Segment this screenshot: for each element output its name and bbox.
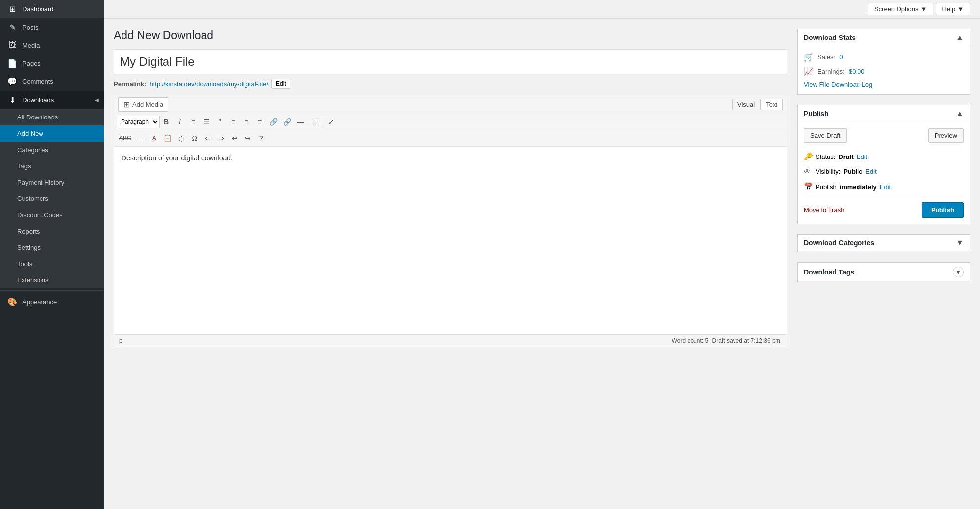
view-log-link[interactable]: View File Download Log [804, 81, 872, 88]
sidebar-item-discount-codes[interactable]: Discount Codes [0, 207, 104, 223]
add-media-icon: ⊞ [123, 100, 130, 109]
download-stats-body: 🛒 Sales: 0 📈 Earnings: $0.00 View File D… [798, 46, 970, 94]
sidebar-item-appearance[interactable]: 🎨 Appearance [0, 293, 104, 311]
dashboard-icon: ⊞ [7, 4, 17, 14]
comments-icon: 💬 [7, 77, 17, 86]
downloads-arrow-icon: ◀ [95, 97, 99, 103]
visibility-edit-link[interactable]: Edit [865, 168, 876, 175]
publish-body: Save Draft Preview 🔑 Status: Draft Edit … [798, 122, 970, 224]
publish-button[interactable]: Publish [922, 202, 964, 218]
earnings-icon: 📈 [804, 67, 814, 76]
save-draft-button[interactable]: Save Draft [804, 128, 847, 143]
page-title: Add New Download [114, 29, 787, 42]
special-chars-button[interactable]: Ω [188, 132, 201, 145]
italic-button[interactable]: I [173, 116, 186, 128]
strikethrough-button[interactable]: ABC [117, 132, 134, 145]
paragraph-select[interactable]: Paragraph [117, 116, 160, 128]
download-tags-header[interactable]: Download Tags ▼ [798, 263, 970, 282]
download-stats-toggle[interactable]: ▲ [956, 33, 964, 42]
sidebar-item-posts[interactable]: ✎ Posts [0, 18, 104, 37]
preview-button[interactable]: Preview [928, 128, 964, 143]
permalink-edit-button[interactable]: Edit [271, 79, 290, 89]
ordered-list-button[interactable]: ☰ [200, 116, 213, 128]
download-tags-title: Download Tags [804, 268, 854, 276]
sidebar-item-comments[interactable]: 💬 Comments [0, 73, 104, 91]
sidebar-item-payment-history[interactable]: Payment History [0, 174, 104, 191]
status-row: 🔑 Status: Draft Edit [804, 149, 964, 164]
pages-icon: 📄 [7, 59, 17, 68]
main-area: Screen Options ▼ Help ▼ Add New Download… [104, 0, 980, 509]
sidebar-item-customers[interactable]: Customers [0, 191, 104, 207]
add-media-button[interactable]: ⊞ Add Media [118, 97, 168, 112]
download-stats-title: Download Stats [804, 34, 856, 41]
paste-plain-button[interactable]: 📋 [161, 132, 174, 145]
publish-metabox-header[interactable]: Publish ▲ [798, 105, 970, 122]
sidebar-item-downloads[interactable]: ⬇ Downloads ◀ [0, 91, 104, 109]
sidebar-item-categories[interactable]: Categories [0, 142, 104, 158]
sidebar-item-media[interactable]: 🖼 Media [0, 37, 104, 54]
publish-edit-link[interactable]: Edit [880, 183, 891, 191]
align-left-button[interactable]: ≡ [227, 116, 240, 128]
sidebar-item-tags[interactable]: Tags [0, 158, 104, 174]
sidebar-item-tools[interactable]: Tools [0, 256, 104, 272]
help-toolbar-button[interactable]: ? [255, 132, 268, 145]
toolbar-toggle-button[interactable]: ▦ [308, 116, 321, 128]
bold-button[interactable]: B [160, 116, 173, 128]
permalink-url[interactable]: http://kinsta.dev/downloads/my-digital-f… [149, 80, 268, 88]
sidebar-item-all-downloads[interactable]: All Downloads [0, 109, 104, 125]
visibility-row: 👁 Visibility: Public Edit [804, 164, 964, 179]
publish-footer: Move to Trash Publish [804, 197, 964, 218]
status-edit-link[interactable]: Edit [857, 153, 867, 160]
permalink-bar: Permalink: http://kinsta.dev/downloads/m… [114, 79, 787, 89]
download-categories-toggle[interactable]: ▼ [956, 238, 964, 247]
appearance-icon: 🎨 [7, 297, 17, 307]
clear-format-button[interactable]: ◌ [175, 132, 188, 145]
sidebar-item-settings[interactable]: Settings [0, 239, 104, 256]
editor-toolbar-row2: ABC — A 📋 ◌ Ω ⇐ ⇒ ↩ ↪ ? [114, 130, 787, 147]
download-tags-toggle[interactable]: ▼ [953, 267, 964, 277]
sales-value[interactable]: 0 [839, 53, 843, 61]
screen-options-arrow-icon: ▼ [921, 5, 927, 13]
downloads-icon: ⬇ [7, 95, 17, 105]
visual-tab[interactable]: Visual [732, 99, 760, 110]
editor-body[interactable]: Description of your digital download. [114, 147, 787, 334]
align-center-button[interactable]: ≡ [240, 116, 253, 128]
publish-toggle[interactable]: ▲ [956, 109, 964, 118]
download-categories-header[interactable]: Download Categories ▼ [798, 235, 970, 252]
screen-options-button[interactable]: Screen Options ▼ [868, 3, 933, 15]
publish-actions: Save Draft Preview [804, 128, 964, 143]
insert-link-button[interactable]: 🔗 [267, 116, 280, 128]
sidebar-item-add-new[interactable]: Add New [0, 125, 104, 142]
move-to-trash-link[interactable]: Move to Trash [804, 206, 844, 214]
blockquote-button[interactable]: " [213, 116, 226, 128]
visibility-value: Public [843, 168, 862, 175]
help-button[interactable]: Help ▼ [936, 3, 970, 15]
fullscreen-button[interactable]: ⤢ [325, 116, 338, 128]
post-title-input[interactable] [114, 49, 787, 74]
download-categories-title: Download Categories [804, 239, 874, 247]
text-color-button[interactable]: A [148, 132, 161, 145]
sidebar-item-pages[interactable]: 📄 Pages [0, 54, 104, 73]
sales-label: Sales: [817, 53, 835, 61]
outdent-button[interactable]: ⇐ [202, 132, 214, 145]
sidebar-item-dashboard[interactable]: ⊞ Dashboard [0, 0, 104, 18]
text-tab[interactable]: Text [760, 99, 783, 110]
sidebar-item-extensions[interactable]: Extensions [0, 272, 104, 288]
align-right-button[interactable]: ≡ [253, 116, 266, 128]
indent-button[interactable]: ⇒ [215, 132, 228, 145]
publish-when-value: immediately [840, 183, 877, 191]
undo-button[interactable]: ↩ [228, 132, 241, 145]
remove-link-button[interactable]: 🔗 [281, 116, 294, 128]
help-arrow-icon: ▼ [957, 5, 964, 13]
sidebar-item-reports[interactable]: Reports [0, 223, 104, 239]
path-indicator: p [119, 337, 122, 344]
read-more-button[interactable]: — [294, 116, 307, 128]
download-stats-header[interactable]: Download Stats ▲ [798, 29, 970, 46]
editor-column: Add New Download Permalink: http://kinst… [114, 29, 787, 499]
topbar: Screen Options ▼ Help ▼ [104, 0, 980, 19]
horizontal-rule-button[interactable]: — [134, 132, 147, 145]
downloads-submenu: All Downloads Add New Categories Tags Pa… [0, 109, 104, 288]
unordered-list-button[interactable]: ≡ [187, 116, 200, 128]
earnings-value[interactable]: $0.00 [849, 68, 865, 75]
redo-button[interactable]: ↪ [242, 132, 254, 145]
